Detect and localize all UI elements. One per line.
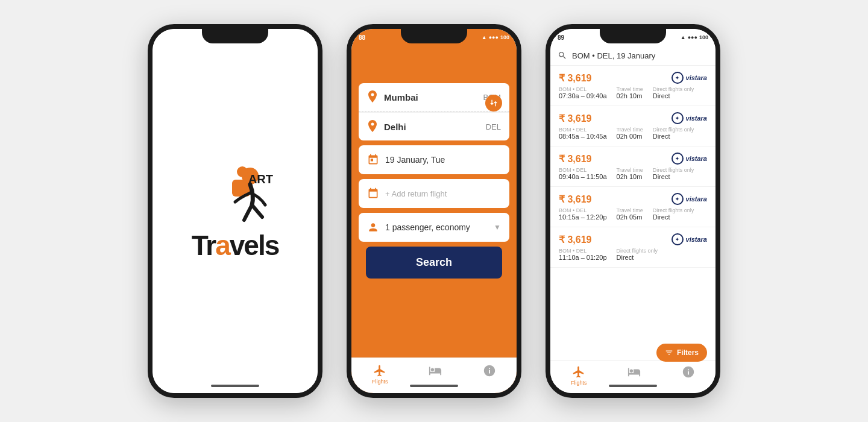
flight-list: ₹ 3,619 ✦ vistara BOM • DEL 07:30a – 09:… [550, 66, 715, 360]
vistara-text-2: vistara [686, 115, 707, 122]
filter-icon [665, 348, 673, 357]
results-screen: 89 ▲ ●●● 100 BOM • DEL, 19 January ₹ 3,6… [550, 29, 715, 393]
signal-icon: ●●● [489, 34, 498, 40]
battery-icon-3: 100 [699, 34, 708, 40]
airline-logo-1: ✦ vistara [671, 72, 707, 84]
flight-route-5: BOM • DEL 11:10a – 01:20p [559, 248, 607, 261]
phone-results: 89 ▲ ●●● 100 BOM • DEL, 19 January ₹ 3,6… [546, 24, 720, 398]
logo-text-row: Travels [192, 231, 279, 259]
nav-flights-2[interactable]: Flights [372, 364, 388, 385]
flight-card-3[interactable]: ₹ 3,619 ✦ vistara BOM • DEL 09:40a – 11:… [550, 146, 715, 187]
wifi-icon-3: ▲ [681, 34, 686, 40]
flight-price-2: ₹ 3,619 [559, 113, 591, 124]
flight-card-5[interactable]: ₹ 3,619 ✦ vistara BOM • DEL 11:10a – 01:… [550, 227, 715, 268]
nav-hotels-2[interactable] [429, 364, 442, 385]
search-icon-results [558, 51, 567, 60]
vistara-icon-1: ✦ [671, 72, 684, 84]
bottom-nav-3: Flights [550, 360, 715, 393]
vistara-icon-2: ✦ [671, 112, 684, 124]
results-search-text: BOM • DEL, 19 January [572, 51, 655, 60]
airline-logo-2: ✦ vistara [671, 112, 707, 124]
return-flight-row[interactable]: + Add return flight [359, 179, 509, 208]
airline-logo-5: ✦ vistara [671, 233, 707, 245]
hotels-icon [429, 364, 442, 377]
status-bar-3: 89 ▲ ●●● 100 [550, 29, 715, 46]
flight-card-2[interactable]: ₹ 3,619 ✦ vistara BOM • DEL 08:45a – 10:… [550, 106, 715, 146]
status-time-3: 89 [558, 34, 564, 41]
hotels-icon-3 [627, 365, 641, 379]
return-label: + Add return flight [385, 189, 447, 198]
flight-price-1: ₹ 3,619 [559, 72, 591, 84]
vistara-icon-3: ✦ [671, 153, 684, 165]
vistara-icon-5: ✦ [671, 233, 684, 245]
passenger-label: 1 passenger, economy [385, 222, 470, 232]
date-row[interactable]: 19 January, Tue [359, 145, 509, 174]
results-search-bar[interactable]: BOM • DEL, 19 January [550, 46, 715, 66]
flight-traveltime-4: Travel time 02h 05m [617, 207, 643, 221]
splash-screen: Travels ART [153, 29, 318, 393]
flight-direct-5: Direct flights only Direct [617, 248, 658, 261]
search-button[interactable]: Search [366, 247, 502, 279]
flight-traveltime-1: Travel time 02h 10m [617, 86, 643, 99]
info-icon-2 [483, 364, 496, 377]
nav-flights-3[interactable]: Flights [571, 365, 587, 386]
search-form: Mumbai BOM Delhi DEL [351, 76, 517, 279]
flight-route-2: BOM • DEL 08:45a – 10:45a [559, 127, 607, 140]
return-calendar-icon [367, 187, 379, 200]
origin-pin-icon [367, 90, 378, 104]
flight-direct-1: Direct flights only Direct [653, 86, 694, 99]
vistara-text-5: vistara [686, 236, 707, 243]
passenger-row[interactable]: 1 passenger, economy ▼ [359, 213, 509, 242]
passenger-chevron-icon: ▼ [494, 223, 501, 231]
status-icons-2: ▲ ●●● 100 [482, 34, 509, 40]
flight-traveltime-2: Travel time 02h 00m [617, 127, 643, 140]
filters-label: Filters [677, 348, 699, 357]
battery-icon: 100 [500, 34, 509, 40]
flight-direct-4: Direct flights only Direct [653, 207, 694, 221]
calendar-icon [367, 154, 379, 166]
flight-route-3: BOM • DEL 09:40a – 11:50a [559, 167, 607, 180]
flight-price-5: ₹ 3,619 [559, 234, 591, 245]
search-header-orange [351, 46, 517, 76]
flight-price-3: ₹ 3,619 [559, 153, 591, 165]
nav-info-3[interactable] [682, 365, 695, 386]
nav-info-2[interactable] [483, 364, 496, 385]
filters-fab[interactable]: Filters [656, 344, 707, 362]
dest-code: DEL [486, 122, 501, 131]
airline-logo-3: ✦ vistara [671, 153, 707, 165]
flight-card-4[interactable]: ₹ 3,619 ✦ vistara BOM • DEL 10:15a – 12:… [550, 187, 715, 227]
airline-logo-4: ✦ vistara [671, 193, 707, 205]
nav-flights-label-2: Flights [372, 379, 388, 385]
vistara-text-3: vistara [686, 155, 707, 162]
flight-price-4: ₹ 3,619 [559, 194, 591, 205]
status-time-2: 88 [359, 34, 365, 41]
logo-container: Travels ART [187, 163, 283, 259]
flight-card-1[interactable]: ₹ 3,619 ✦ vistara BOM • DEL 07:30a – 09:… [550, 66, 715, 106]
signal-icon-3: ●●● [688, 34, 697, 40]
search-screen: 88 ▲ ●●● 100 Mumbai BOM [351, 29, 517, 393]
swap-button[interactable] [485, 95, 502, 112]
phone-bottom-bar-3 [609, 385, 657, 387]
status-bar-2: 88 ▲ ●●● 100 [351, 29, 517, 46]
info-icon-3 [682, 365, 695, 379]
date-label: 19 January, Tue [385, 155, 445, 165]
flights-icon-3 [572, 365, 585, 379]
dest-pin-icon [367, 120, 378, 133]
flights-icon [373, 364, 386, 377]
svg-point-1 [237, 166, 248, 177]
flight-direct-2: Direct flights only Direct [653, 127, 694, 140]
vistara-text-1: vistara [686, 74, 707, 81]
nav-hotels-3[interactable] [627, 365, 641, 386]
flight-route-4: BOM • DEL 10:15a – 12:20p [559, 207, 607, 221]
route-card: Mumbai BOM Delhi DEL [359, 83, 509, 140]
bottom-orange-area [351, 279, 517, 357]
logo-travels-text: Travels [192, 231, 279, 259]
phone-splash: Travels ART [148, 24, 322, 398]
vistara-text-4: vistara [686, 195, 707, 203]
dest-row[interactable]: Delhi DEL [359, 113, 509, 140]
nav-flights-label-3: Flights [571, 380, 587, 386]
bottom-nav-2: Flights [351, 357, 517, 393]
wifi-icon: ▲ [482, 34, 487, 40]
flight-traveltime-3: Travel time 02h 10m [617, 167, 643, 180]
phone-bottom-bar-2 [410, 385, 458, 387]
